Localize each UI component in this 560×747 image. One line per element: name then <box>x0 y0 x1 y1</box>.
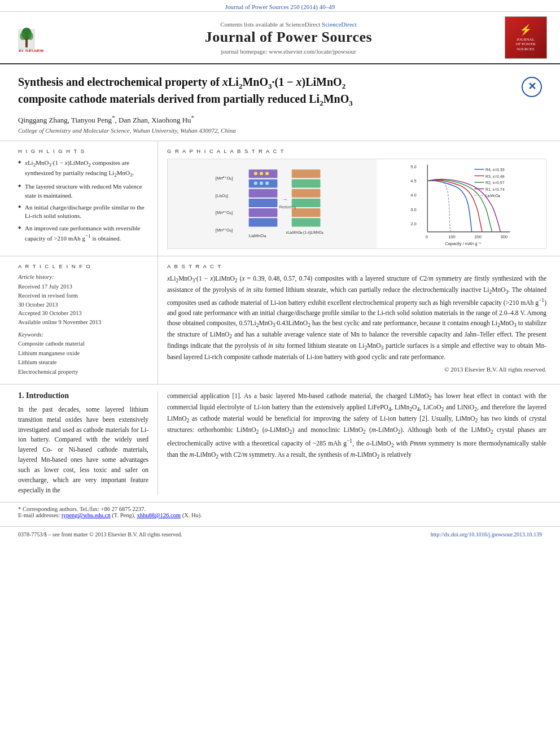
highlight-item-1: xLi2MnO3·(1 − x)LiMnO2 composites are sy… <box>18 159 148 179</box>
chart-svg: 5.0 4.5 4.0 3.0 2.0 0 100 200 300 Capaci… <box>379 161 544 246</box>
top-bar: Journal of Power Sources 250 (2014) 40–4… <box>0 0 560 12</box>
svg-text:100: 100 <box>448 234 456 239</box>
elsevier-logo-area: ELSEVIER <box>9 24 77 52</box>
article-info-col: A R T I C L E I N F O Article history: R… <box>0 256 158 384</box>
abstract-heading: A B S T R A C T <box>167 263 546 269</box>
keyword-2: Lithium manganese oxide <box>18 349 148 359</box>
highlight-item-4: An improved rate performance with revers… <box>18 224 148 243</box>
article-title: ✕ Synthesis and electrochemical property… <box>18 75 542 108</box>
svg-rect-12 <box>249 189 278 198</box>
svg-text:Capacity / mAh g⁻¹: Capacity / mAh g⁻¹ <box>445 241 481 246</box>
svg-text:200: 200 <box>474 234 482 239</box>
abstract-text: xLi2MnO3·(1 − x)LiMnO2 (x = 0.39, 0.48, … <box>167 274 546 362</box>
highlight-item-2: The layered structure with reduced Mn va… <box>18 182 148 200</box>
svg-text:R3, x=0.48: R3, x=0.48 <box>485 174 504 178</box>
svg-point-4 <box>28 32 33 40</box>
affiliation: College of Chemistry and Molecular Scien… <box>18 127 542 134</box>
email-peng[interactable]: typeng@whu.edu.cn <box>62 512 111 518</box>
svg-rect-26 <box>292 179 321 187</box>
journal-homepage: journal homepage: www.elsevier.com/locat… <box>77 48 500 55</box>
journal-reference: Journal of Power Sources 250 (2014) 40–4… <box>225 3 335 10</box>
introduction-text-left: In the past decades, some layered lithiu… <box>18 405 148 495</box>
highlights-heading: H I G H L I G H T S <box>18 148 148 154</box>
svg-text:Li₂MnO₃: Li₂MnO₃ <box>249 233 266 238</box>
svg-rect-25 <box>292 169 321 178</box>
svg-rect-30 <box>292 218 321 226</box>
accepted-date: Accepted 30 October 2013 <box>18 309 148 318</box>
keyword-3: Lithium stearate <box>18 358 148 368</box>
svg-text:→: → <box>282 196 288 202</box>
sciencedirect-line: Contents lists available at ScienceDirec… <box>77 21 500 28</box>
article-dates: Received 17 July 2013 Received in revise… <box>18 282 148 327</box>
keyword-4: Electrochemical property <box>18 368 148 377</box>
info-abstract-section: A R T I C L E I N F O Article history: R… <box>0 256 560 385</box>
doi-link[interactable]: http://dx.doi.org/10.1016/j.jpowsour.201… <box>431 531 542 538</box>
svg-point-20 <box>260 182 263 185</box>
svg-rect-14 <box>249 208 278 217</box>
svg-rect-10 <box>249 169 278 178</box>
graphical-diagram: [Mn⁴⁺O₆] [Li₁O₆] [Mn³⁺O₆] [Mn³⁺O₆] <box>168 159 376 248</box>
svg-text:R1, x=0.74: R1, x=0.74 <box>485 187 504 191</box>
svg-text:R2, x=0.57: R2, x=0.57 <box>485 181 504 185</box>
highlight-item-3: An initial charge/discharge profile simi… <box>18 203 148 221</box>
available-online-date: Available online 9 November 2013 <box>18 318 148 327</box>
article-history-heading: Article history: <box>18 274 148 280</box>
article-info-heading: A R T I C L E I N F O <box>18 263 148 269</box>
header-right: ⚡ JOURNALOF POWERSOURCES <box>500 16 551 59</box>
article-header: ✕ Synthesis and electrochemical property… <box>0 64 560 141</box>
svg-point-19 <box>254 182 257 185</box>
highlights-col: H I G H L I G H T S xLi2MnO3·(1 − x)LiMn… <box>0 141 158 256</box>
footnote-area: * Corresponding authors. Tel./fax: +86 2… <box>0 502 560 522</box>
svg-rect-28 <box>292 199 321 207</box>
svg-text:300: 300 <box>500 234 508 239</box>
graphical-chart: 5.0 4.5 4.0 3.0 2.0 0 100 200 300 Capaci… <box>376 159 546 248</box>
svg-point-18 <box>265 172 269 175</box>
footer-issn: 0378-7753/$ – see front matter © 2013 El… <box>18 531 182 538</box>
svg-text:[Li₁O₆]: [Li₁O₆] <box>216 193 228 198</box>
introduction-left: 1. Introduction In the past decades, som… <box>0 391 158 495</box>
svg-text:R4, x=0.39: R4, x=0.39 <box>485 168 504 172</box>
abstract-col: A B S T R A C T xLi2MnO3·(1 − x)LiMnO2 (… <box>158 256 560 384</box>
svg-text:4.5: 4.5 <box>410 178 416 184</box>
svg-text:2.0: 2.0 <box>410 221 416 226</box>
svg-text:ELSEVIER: ELSEVIER <box>19 49 44 52</box>
highlights-list: xLi2MnO3·(1 − x)LiMnO2 composites are sy… <box>18 159 148 243</box>
footer-doi: http://dx.doi.org/10.1016/j.jpowsour.201… <box>431 531 542 538</box>
elsevier-logo: ELSEVIER <box>18 24 68 52</box>
svg-point-21 <box>265 182 269 185</box>
footer-bar: 0378-7753/$ – see front matter © 2013 El… <box>0 526 560 542</box>
keywords-heading: Keywords: <box>18 331 148 338</box>
svg-rect-15 <box>249 218 278 226</box>
sciencedirect-link[interactable]: ScienceDirect <box>322 21 357 28</box>
graphical-abstract-box: [Mn⁴⁺O₆] [Li₁O₆] [Mn³⁺O₆] [Mn³⁺O₆] <box>167 159 546 249</box>
svg-text:Li₂MnO₃: Li₂MnO₃ <box>485 194 500 198</box>
graphical-abstract-col: G R A P H I C A L A B S T R A C T [Mn⁴⁺O… <box>158 141 560 256</box>
keywords-list: Composite cathode material Lithium manga… <box>18 339 148 377</box>
svg-text:3.0: 3.0 <box>410 207 416 212</box>
svg-rect-27 <box>292 189 321 198</box>
svg-rect-2 <box>25 38 28 47</box>
svg-text:[Mn³⁺O₆]: [Mn³⁺O₆] <box>216 210 233 215</box>
svg-rect-13 <box>249 199 278 207</box>
introduction-section: 1. Introduction In the past decades, som… <box>0 385 560 495</box>
svg-text:[Mn⁴⁺O₆]: [Mn⁴⁺O₆] <box>216 176 233 181</box>
introduction-text-right: commercial application [1]. As a basic l… <box>167 391 546 461</box>
svg-point-17 <box>260 172 263 175</box>
svg-text:5.0: 5.0 <box>410 164 416 169</box>
crossmark-icon[interactable]: ✕ <box>522 77 542 97</box>
graphical-abstract-heading: G R A P H I C A L A B S T R A C T <box>167 148 546 154</box>
svg-rect-11 <box>249 179 278 187</box>
svg-point-16 <box>254 172 257 175</box>
corresponding-note: * Corresponding authors. Tel./fax: +86 2… <box>18 506 542 512</box>
svg-rect-29 <box>292 208 321 217</box>
keyword-1: Composite cathode material <box>18 339 148 349</box>
highlights-graphical-section: H I G H L I G H T S xLi2MnO3·(1 − x)LiMn… <box>0 141 560 256</box>
received-date: Received 17 July 2013 <box>18 282 148 291</box>
journal-title: Journal of Power Sources <box>77 29 500 46</box>
email-hu[interactable]: xhhu88@126.com <box>137 512 181 518</box>
copyright: © 2013 Elsevier B.V. All rights reserved… <box>167 366 546 373</box>
header-center: Contents lists available at ScienceDirec… <box>77 21 500 55</box>
structure-diagram-svg: [Mn⁴⁺O₆] [Li₁O₆] [Mn³⁺O₆] [Mn³⁺O₆] <box>172 164 371 244</box>
svg-text:xLi₂MnO₃·(1-x)LiMnO₂: xLi₂MnO₃·(1-x)LiMnO₂ <box>286 230 323 235</box>
email-addresses: E-mail addresses: typeng@whu.edu.cn (T. … <box>18 512 542 518</box>
